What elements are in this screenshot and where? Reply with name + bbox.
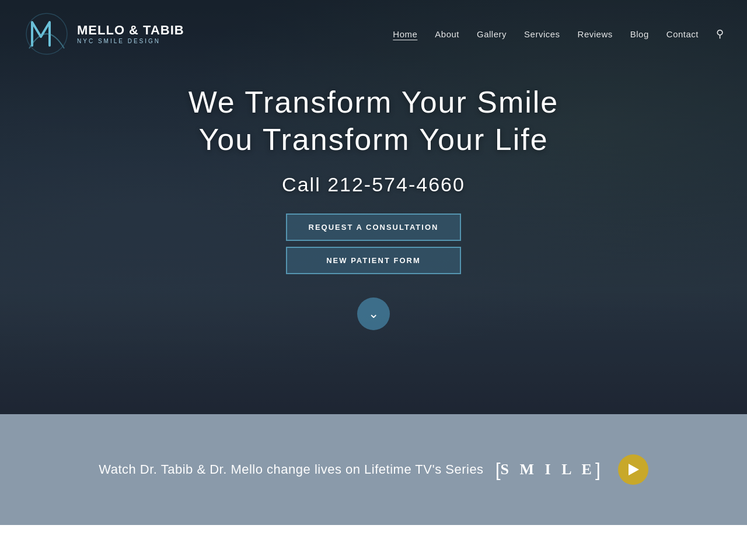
- smile-bracket-left: [: [495, 459, 501, 481]
- banner-text: Watch Dr. Tabib & Dr. Mello change lives…: [99, 462, 483, 477]
- nav-contact[interactable]: Contact: [666, 29, 699, 39]
- logo-icon: [23, 10, 70, 57]
- smile-bracket-right: ]: [595, 459, 601, 481]
- bottom-banner: Watch Dr. Tabib & Dr. Mello change lives…: [0, 414, 747, 525]
- hero-phone: Call 212-574-4660: [189, 173, 559, 196]
- new-patient-form-button[interactable]: NEW PATIENT FORM: [286, 247, 461, 274]
- smile-word: S M I L E: [501, 461, 595, 478]
- hero-title-line1: We Transform Your Smile: [189, 85, 559, 120]
- logo-text: MELLO & TABIB NYC SMILE DESIGN: [77, 23, 184, 44]
- play-icon: [629, 464, 639, 475]
- logo-sub-text: NYC SMILE DESIGN: [77, 38, 184, 44]
- logo-main-text: MELLO & TABIB: [77, 23, 184, 37]
- nav-gallery[interactable]: Gallery: [477, 29, 507, 39]
- hero-buttons: REQUEST A CONSULTATION NEW PATIENT FORM: [189, 214, 559, 274]
- hero-title-line2: You Transform Your Life: [189, 122, 559, 157]
- main-nav: Home About Gallery Services Reviews Blog…: [393, 27, 724, 40]
- nav-services[interactable]: Services: [524, 29, 560, 39]
- hero-content: We Transform Your Smile You Transform Yo…: [189, 85, 559, 330]
- smile-logo: [ S M I L E ]: [495, 459, 601, 481]
- nav-blog[interactable]: Blog: [630, 29, 649, 39]
- chevron-down-icon: ⌄: [368, 306, 379, 321]
- site-header: MELLO & TABIB NYC SMILE DESIGN Home Abou…: [0, 0, 747, 68]
- request-consultation-button[interactable]: REQUEST A CONSULTATION: [286, 214, 461, 241]
- search-icon[interactable]: ⚲: [716, 27, 724, 40]
- nav-reviews[interactable]: Reviews: [578, 29, 613, 39]
- hero-section: MELLO & TABIB NYC SMILE DESIGN Home Abou…: [0, 0, 747, 414]
- scroll-down-button[interactable]: ⌄: [357, 298, 390, 330]
- play-button[interactable]: [618, 454, 648, 485]
- nav-about[interactable]: About: [435, 29, 459, 39]
- logo-area[interactable]: MELLO & TABIB NYC SMILE DESIGN: [23, 10, 184, 57]
- nav-home[interactable]: Home: [393, 29, 417, 39]
